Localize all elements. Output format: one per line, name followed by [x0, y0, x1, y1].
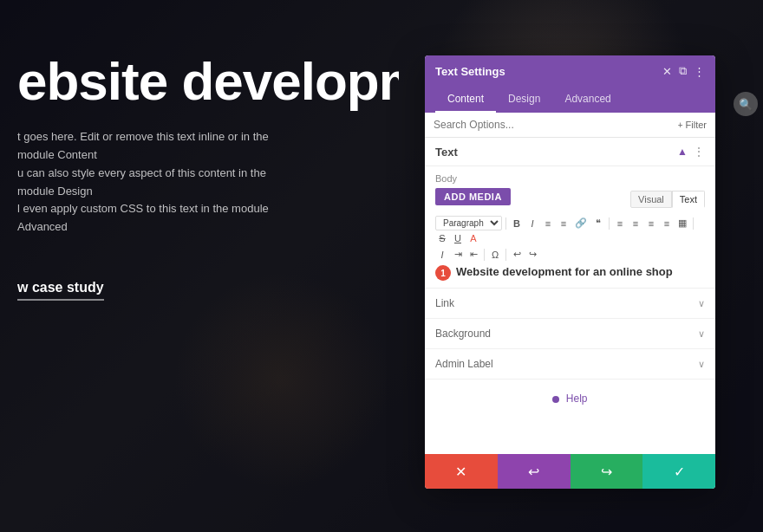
ol-button[interactable]: ≡	[557, 217, 571, 230]
panel-search-bar: + Filter	[425, 113, 715, 138]
help-area: Help	[425, 380, 715, 416]
align-justify-button[interactable]: ≡	[660, 217, 674, 230]
add-media-button[interactable]: ADD MEDIA	[435, 188, 511, 205]
outdent-button[interactable]: ⇤	[466, 248, 480, 261]
visual-tab[interactable]: Visual	[630, 191, 672, 208]
editor-area: Body ADD MEDIA Visual Text Paragraph B I…	[425, 166, 715, 289]
bold-button[interactable]: B	[510, 217, 524, 230]
separator-4	[484, 249, 485, 261]
body-label: Body	[435, 173, 705, 184]
editor-text-content[interactable]: Website development for an online shop	[456, 264, 673, 280]
separator-2	[609, 217, 610, 230]
tab-design[interactable]: Design	[496, 87, 552, 113]
footer-undo-button[interactable]: ↩	[498, 454, 571, 489]
search-circle-button[interactable]: 🔍	[734, 92, 758, 116]
text-settings-panel: Text Settings ✕ ⧉ ⋮ Content Design Advan…	[425, 55, 715, 489]
main-heading: ebsite development f	[17, 52, 399, 111]
redo-button[interactable]: ↪	[525, 248, 539, 261]
undo-button[interactable]: ↩	[510, 248, 524, 261]
sub-text: t goes here. Edit or remove this text in…	[17, 128, 286, 237]
color-button[interactable]: A	[466, 232, 480, 244]
page-text-area: ebsite development f t goes here. Edit o…	[0, 0, 425, 532]
quote-button[interactable]: ❝	[591, 217, 605, 230]
indent-button[interactable]: ⇥	[451, 248, 465, 261]
separator-5	[505, 249, 506, 261]
separator-3	[693, 217, 694, 230]
editor-content-area: 1 Website development for an online shop	[435, 264, 705, 281]
underline-button[interactable]: U	[451, 232, 465, 244]
filter-label: Filter	[686, 120, 707, 130]
search-options-input[interactable]	[434, 119, 678, 131]
panel-body: Text ▲ ⋮ Body ADD MEDIA Visual Text Para…	[425, 138, 715, 454]
panel-close-icon[interactable]: ✕	[662, 65, 672, 78]
section-more-icon[interactable]: ⋮	[693, 145, 705, 159]
footer-confirm-button[interactable]: ✓	[642, 454, 715, 489]
footer-redo-button[interactable]: ↪	[571, 454, 643, 489]
admin-label-row[interactable]: Admin Label ∨	[425, 349, 715, 380]
admin-label-chevron-icon: ∨	[698, 359, 705, 370]
link-button[interactable]: 🔗	[572, 217, 590, 230]
paragraph-select[interactable]: Paragraph	[435, 216, 502, 230]
align-center-button[interactable]: ≡	[629, 217, 642, 230]
tab-advanced[interactable]: Advanced	[552, 87, 623, 113]
tab-content[interactable]: Content	[435, 87, 496, 113]
ul-button[interactable]: ≡	[541, 217, 555, 230]
panel-copy-icon[interactable]: ⧉	[679, 64, 687, 78]
link-row[interactable]: Link ∨	[425, 289, 715, 319]
special-chars-button[interactable]: Ω	[488, 249, 502, 261]
background-chevron-icon: ∨	[698, 328, 705, 340]
align-right-button[interactable]: ≡	[644, 217, 658, 230]
text-tab[interactable]: Text	[672, 191, 705, 208]
link-label: Link	[435, 297, 454, 309]
filter-button[interactable]: + Filter	[678, 120, 707, 130]
link-chevron-icon: ∨	[698, 298, 705, 309]
separator-1	[505, 217, 506, 230]
background-label: Background	[435, 328, 491, 340]
case-study-link[interactable]: w case study	[17, 280, 104, 301]
format-toolbar-row1: Paragraph B I ≡ ≡ 🔗 ❝ ≡ ≡ ≡ ≡ ▦ S U A	[435, 216, 705, 244]
panel-title: Text Settings	[435, 65, 505, 78]
heading-text: ebsite development f	[17, 52, 399, 111]
italic-button[interactable]: I	[525, 217, 539, 230]
panel-tabs: Content Design Advanced	[425, 87, 715, 113]
help-link[interactable]: Help	[552, 393, 587, 405]
collapse-icon[interactable]: ▲	[677, 146, 688, 158]
visual-text-tabs: Visual Text	[630, 191, 705, 208]
text-section-header: Text ▲ ⋮	[425, 138, 715, 166]
background-row[interactable]: Background ∨	[425, 319, 715, 349]
admin-label-text: Admin Label	[435, 358, 493, 370]
help-dot-icon	[552, 396, 559, 403]
section-collapse-controls: ▲ ⋮	[677, 145, 705, 159]
search-icon: 🔍	[739, 98, 753, 111]
format-toolbar-row2: I ⇥ ⇤ Ω ↩ ↪	[435, 248, 705, 261]
italic2-button[interactable]: I	[435, 249, 449, 261]
panel-footer: ✕ ↩ ↪ ✓	[425, 454, 715, 489]
text-section-title: Text	[435, 146, 458, 159]
table-button[interactable]: ▦	[675, 217, 689, 230]
align-left-button[interactable]: ≡	[613, 217, 627, 230]
strikethrough-button[interactable]: S	[435, 232, 449, 244]
panel-more-icon[interactable]: ⋮	[694, 65, 705, 78]
panel-header-icons: ✕ ⧉ ⋮	[662, 64, 705, 78]
footer-cancel-button[interactable]: ✕	[425, 454, 498, 489]
panel-header: Text Settings ✕ ⧉ ⋮	[425, 55, 715, 87]
filter-icon: +	[678, 120, 683, 130]
step-number-badge: 1	[435, 265, 451, 281]
